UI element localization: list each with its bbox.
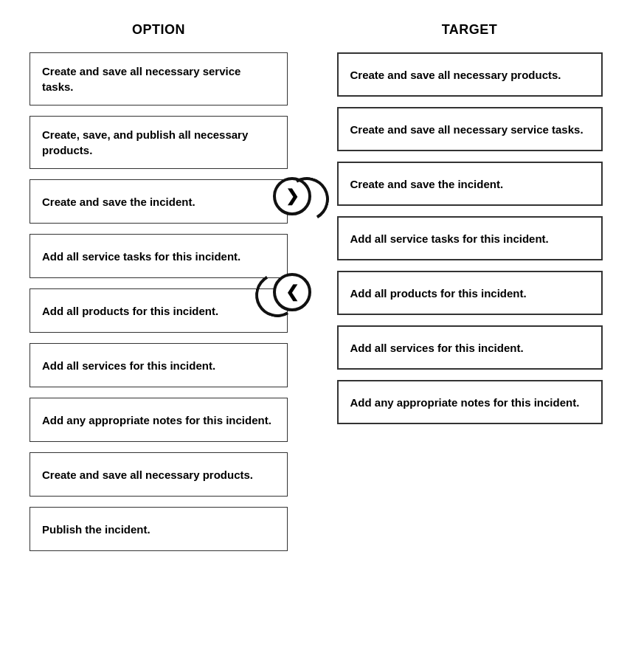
option-item-2[interactable]: Create and save the incident. [30,179,288,224]
option-item-1[interactable]: Create, save, and publish all necessary … [30,116,288,169]
target-items-list: Create and save all necessary products.C… [337,52,603,424]
option-item-4[interactable]: Add all products for this incident. [30,288,288,333]
option-item-7[interactable]: Create and save all necessary products. [30,452,288,497]
option-items-list: Create and save all necessary service ta… [30,52,288,551]
option-item-0[interactable]: Create and save all necessary service ta… [30,52,288,106]
target-item-6[interactable]: Add any appropriate notes for this incid… [337,380,603,424]
option-item-8[interactable]: Publish the incident. [30,507,288,551]
target-item-4[interactable]: Add all products for this incident. [337,271,603,315]
target-panel: TARGET Create and save all necessary pro… [310,0,644,573]
target-item-1[interactable]: Create and save all necessary service ta… [337,107,603,151]
target-item-2[interactable]: Create and save the incident. [337,162,603,206]
option-header: OPTION [132,22,185,38]
left-arrow-icon[interactable]: ❮ [273,273,311,311]
target-item-0[interactable]: Create and save all necessary products. [337,52,603,97]
option-item-6[interactable]: Add any appropriate notes for this incid… [30,398,288,442]
arrows-overlay: ❯ ❮ [273,177,311,311]
target-item-3[interactable]: Add all service tasks for this incident. [337,216,603,260]
target-item-5[interactable]: Add all services for this incident. [337,325,603,370]
target-header: TARGET [442,22,498,38]
option-item-3[interactable]: Add all service tasks for this incident. [30,234,288,278]
option-item-5[interactable]: Add all services for this incident. [30,343,288,387]
right-arrow-icon[interactable]: ❯ [273,177,311,215]
